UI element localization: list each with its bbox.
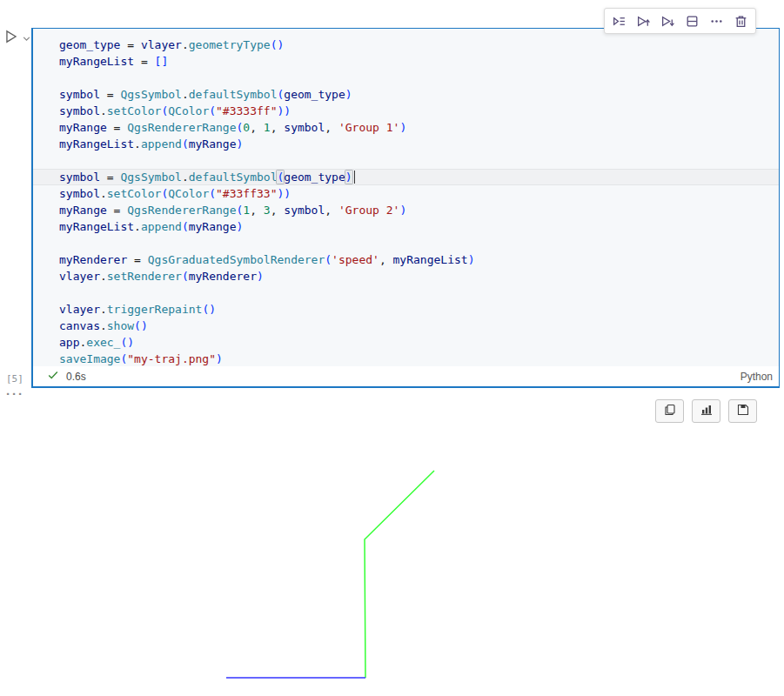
execution-duration: 0.6s: [66, 371, 86, 383]
save-output-button[interactable]: [728, 399, 757, 423]
code-token: (: [182, 137, 189, 151]
copy-output-icon: [663, 403, 677, 420]
code-token: ,: [325, 204, 338, 217]
code-token: symbol: [284, 204, 325, 217]
code-token: ): [468, 253, 475, 266]
code-line[interactable]: symbol = QgsSymbol.defaultSymbol(geom_ty…: [59, 86, 772, 103]
run-by-line-icon: [612, 14, 627, 29]
code-token: .: [182, 38, 189, 51]
code-line[interactable]: saveImage("my-traj.png"): [59, 351, 772, 366]
code-line[interactable]: vlayer.setRenderer(myRenderer): [59, 268, 772, 284]
code-token: ,: [250, 204, 264, 217]
code-token: 0: [243, 121, 250, 134]
code-editor[interactable]: geom_type = vlayer.geometryType()myRange…: [33, 29, 779, 366]
code-line[interactable]: symbol.setColor(QColor("#33ff33")): [59, 185, 772, 202]
code-token: defaultSymbol: [189, 171, 278, 184]
code-token: .: [182, 88, 189, 101]
insert-cell-more-indicator[interactable]: ···: [6, 386, 24, 401]
code-token: (: [182, 220, 189, 233]
code-token: .: [134, 220, 141, 233]
code-line[interactable]: [59, 235, 772, 251]
code-token: symbol: [59, 88, 100, 101]
code-token: ): [399, 121, 406, 134]
code-token: ): [345, 171, 352, 184]
cell-language-picker[interactable]: Python: [740, 371, 773, 383]
code-line[interactable]: myRangeList.append(myRange): [59, 218, 772, 235]
code-token: QColor: [168, 104, 209, 117]
code-line[interactable]: myRange = QgsRendererRange(0, 1, symbol,…: [59, 119, 772, 136]
code-token: []: [155, 55, 169, 68]
split-cell-button[interactable]: [682, 11, 702, 31]
run-cell-icon[interactable]: [3, 29, 19, 48]
code-line[interactable]: [59, 152, 772, 169]
code-token: defaultSymbol: [189, 88, 278, 101]
code-token: ,: [325, 121, 338, 134]
delete-cell-icon: [734, 14, 748, 29]
code-token: ,: [271, 204, 285, 217]
code-line[interactable]: myRenderer = QgsGraduatedSymbolRenderer(…: [59, 251, 772, 268]
code-token: symbol: [59, 187, 100, 200]
code-token: (): [120, 336, 134, 349]
check-icon: [47, 369, 59, 384]
code-token: =: [100, 88, 120, 101]
split-cell-icon: [685, 14, 700, 29]
execute-above-button[interactable]: [633, 11, 653, 31]
code-token: myRenderer: [59, 253, 127, 266]
code-token: geom_type: [284, 88, 345, 101]
code-token: =: [100, 171, 120, 184]
code-line[interactable]: myRangeList.append(myRange): [59, 136, 772, 152]
copy-output-button[interactable]: [655, 399, 684, 423]
code-token: =: [107, 121, 127, 134]
code-token: 1: [264, 121, 271, 134]
code-line[interactable]: myRange = QgsRendererRange(1, 3, symbol,…: [59, 202, 772, 218]
code-line[interactable]: [59, 70, 772, 86]
code-token: =: [107, 204, 127, 217]
code-token: vlayer: [141, 38, 182, 51]
delete-cell-button[interactable]: [731, 11, 751, 31]
code-token: .: [100, 187, 107, 200]
code-token: .: [100, 319, 107, 332]
code-token: .: [100, 270, 107, 283]
change-presentation-button[interactable]: [692, 399, 720, 423]
cell-statusbar: 0.6s Python: [33, 366, 779, 386]
code-token: ): [345, 88, 352, 101]
code-token: QgsSymbol: [120, 88, 181, 101]
code-token: myRange: [59, 204, 107, 217]
code-line-current[interactable]: symbol = QgsSymbol.defaultSymbol(geom_ty…: [33, 169, 779, 185]
code-token: 'Group 1': [338, 121, 399, 134]
code-token: app: [59, 336, 79, 349]
code-token: )): [278, 104, 291, 117]
code-token: =: [120, 38, 140, 51]
code-token: vlayer: [59, 270, 100, 283]
code-token: .: [100, 303, 107, 316]
notebook-cell: geom_type = vlayer.geometryType()myRange…: [31, 28, 780, 388]
code-token: =: [134, 55, 154, 68]
execute-below-button[interactable]: [658, 11, 678, 31]
code-line[interactable]: [59, 284, 772, 301]
run-by-line-button[interactable]: [609, 11, 629, 31]
code-line[interactable]: myRangeList = []: [59, 53, 772, 70]
code-token: .: [134, 137, 141, 151]
chevron-down-icon[interactable]: [22, 31, 31, 47]
code-line[interactable]: geom_type = vlayer.geometryType(): [59, 37, 772, 53]
more-actions-button[interactable]: [707, 11, 727, 31]
code-token: ,: [379, 253, 393, 266]
code-token: QgsRendererRange: [127, 121, 236, 134]
code-line[interactable]: canvas.show(): [59, 318, 772, 334]
code-token: myRangeList: [59, 55, 134, 68]
code-line[interactable]: symbol.setColor(QColor("#3333ff")): [59, 103, 772, 119]
code-token: QgsSymbol: [120, 171, 181, 184]
code-token: myRangeList: [59, 220, 134, 233]
trajectory-green-segment: [365, 471, 434, 678]
code-token: )): [278, 187, 291, 200]
code-token: "#3333ff": [216, 104, 277, 117]
code-line[interactable]: app.exec_(): [59, 334, 772, 351]
code-token: myRange: [189, 137, 237, 151]
code-token: myRenderer: [189, 270, 257, 283]
code-token: geom_type: [284, 171, 345, 184]
code-token: append: [141, 137, 182, 151]
code-token: 1: [243, 204, 250, 217]
code-token: (): [134, 319, 148, 332]
output-toolbar: [655, 399, 757, 423]
code-line[interactable]: vlayer.triggerRepaint(): [59, 301, 772, 318]
